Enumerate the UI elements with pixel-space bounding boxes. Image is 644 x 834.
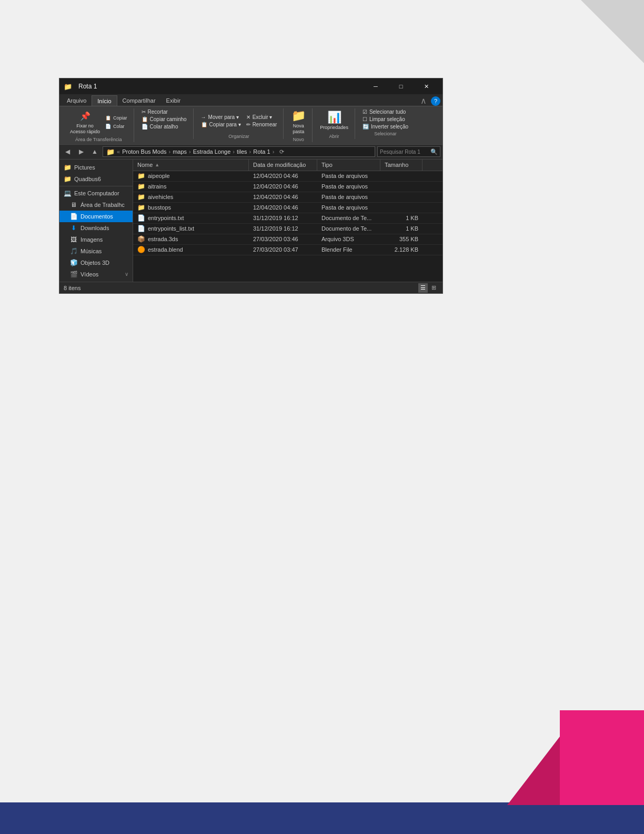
- table-row[interactable]: 📦 estrada.3ds 27/03/2020 03:46 Arquivo 3…: [133, 234, 442, 245]
- novo-group-label: Novo: [293, 137, 304, 142]
- sidebar-label-quadbus6: Quadbus6: [74, 176, 101, 182]
- propriedades-label: Propriedades: [320, 125, 348, 130]
- file-name: entrypoints.txt: [148, 215, 184, 221]
- copiar-para-button[interactable]: 📋 Copiar para ▾: [199, 121, 243, 128]
- file-name: aivehicles: [148, 194, 173, 200]
- sidebar-item-desktop[interactable]: 🖥 Área de Trabalhc: [59, 199, 133, 211]
- col-type-label: Tipo: [321, 162, 333, 168]
- refresh-button[interactable]: ⟳: [276, 146, 287, 157]
- file-icon: 📦: [137, 235, 145, 243]
- sidebar-label-musicas: Músicas: [80, 248, 102, 254]
- renomear-button[interactable]: ✏ Renomear: [244, 121, 279, 128]
- colar-button[interactable]: 📄 Colar: [103, 123, 129, 130]
- ribbon-content: 📌 Fixar noAcesso rápido 📋 Copiar 📄 Colar: [59, 106, 442, 144]
- tab-arquivo[interactable]: Arquivo: [62, 95, 92, 106]
- renomear-label: Renomear: [253, 122, 277, 127]
- col-header-type[interactable]: Tipo: [317, 160, 380, 171]
- mover-para-button[interactable]: → Mover para ▾: [199, 114, 243, 121]
- sidebar-item-pictures[interactable]: 📁 Pictures: [59, 162, 133, 173]
- path-segment-2[interactable]: Estrada Longe: [193, 148, 231, 155]
- search-box[interactable]: Pesquisar Rota 1 🔍: [377, 146, 440, 157]
- sort-arrow: ▲: [155, 162, 159, 167]
- col-header-size[interactable]: Tamanho: [380, 160, 422, 171]
- copiar-caminho-button[interactable]: 📋 Copiar caminho: [139, 116, 189, 123]
- file-name-cell: 📄 entrypoints.txt: [133, 214, 249, 222]
- sidebar-item-documentos[interactable]: 📄 Documentos: [59, 211, 133, 222]
- sidebar-item-downloads[interactable]: ⬇ Downloads: [59, 222, 133, 234]
- sidebar-label-downloads: Downloads: [80, 225, 109, 231]
- file-icon: 📁: [137, 183, 145, 190]
- forward-button[interactable]: ▶: [75, 146, 87, 157]
- desktop-icon: 🖥: [70, 201, 77, 208]
- file-date: 31/12/2019 16:12: [249, 215, 317, 221]
- ribbon-small-btns: ✂ Recortar 📋 Copiar caminho 📄 Colar atal…: [139, 108, 189, 130]
- copy-to-icon: 📋: [201, 122, 207, 127]
- fixar-button[interactable]: 📌 Fixar noAcesso rápido: [68, 108, 102, 136]
- file-icon: 📁: [137, 193, 145, 201]
- bg-dark-pink-decoration: [507, 737, 560, 805]
- table-row[interactable]: 📄 entrypoints.txt 31/12/2019 16:12 Docum…: [133, 213, 442, 224]
- copiar-button[interactable]: 📋 Copiar: [103, 114, 129, 122]
- window-controls: ─ □ ✕: [364, 78, 438, 94]
- help-button[interactable]: ?: [431, 96, 440, 106]
- table-row[interactable]: 📁 aivehicles 12/04/2020 04:46 Pasta de a…: [133, 192, 442, 203]
- maximize-button[interactable]: □: [389, 78, 413, 94]
- nova-pasta-button[interactable]: 📁 Novapasta: [289, 108, 308, 136]
- ribbon-abrir-buttons: 📊 Propriedades: [318, 108, 350, 133]
- tab-inicio[interactable]: Início: [92, 95, 117, 106]
- table-row[interactable]: 📁 aitrains 12/04/2020 04:46 Pasta de arq…: [133, 182, 442, 192]
- sidebar-item-videos[interactable]: 🎬 Vídeos ∨: [59, 269, 133, 280]
- ribbon: Arquivo Início Compartilhar Exibir ∧ ? 📌…: [59, 94, 442, 145]
- sidebar-item-objetos3d[interactable]: 🧊 Objetos 3D: [59, 257, 133, 269]
- sidebar: 📁 Pictures 📁 Quadbus6 💻 Este Computador …: [59, 160, 133, 282]
- sidebar-item-musicas[interactable]: 🎵 Músicas: [59, 245, 133, 257]
- recortar-button[interactable]: ✂ Recortar: [139, 108, 189, 115]
- file-rows: 📁 aipeople 12/04/2020 04:46 Pasta de arq…: [133, 171, 442, 255]
- ribbon-tabs: Arquivo Início Compartilhar Exibir ∧ ?: [59, 94, 442, 106]
- minimize-button[interactable]: ─: [364, 78, 388, 94]
- fixar-label: Fixar noAcesso rápido: [70, 123, 100, 135]
- limpar-selecao-button[interactable]: ☐ Limpar seleção: [360, 116, 410, 123]
- col-header-name[interactable]: Nome ▲: [133, 160, 249, 171]
- inverter-selecao-button[interactable]: 🔄 Inverter seleção: [360, 123, 410, 130]
- close-button[interactable]: ✕: [414, 78, 438, 94]
- excluir-button[interactable]: ✕ Excluir ▾: [244, 114, 279, 121]
- table-row[interactable]: 🟠 estrada.blend 27/03/2020 03:47 Blender…: [133, 245, 442, 255]
- ribbon-collapse-button[interactable]: ∧: [418, 96, 429, 106]
- tab-compartilhar[interactable]: Compartilhar: [117, 95, 161, 106]
- file-size: 2.128 KB: [380, 246, 422, 253]
- path-segment-3[interactable]: tiles: [237, 148, 247, 155]
- file-icon: 📄: [137, 225, 145, 232]
- path-segment-1[interactable]: maps: [173, 148, 187, 155]
- table-row[interactable]: 📄 entrypoints_list.txt 31/12/2019 16:12 …: [133, 224, 442, 234]
- selecionar-tudo-button[interactable]: ☑ Selecionar tudo: [360, 108, 410, 115]
- limpar-selecao-label: Limpar seleção: [369, 116, 405, 122]
- nova-pasta-label: Novapasta: [293, 123, 304, 135]
- file-name-cell: 📦 estrada.3ds: [133, 235, 249, 243]
- selecionar-group-label: Selecionar: [374, 131, 397, 136]
- sidebar-item-este-computador[interactable]: 💻 Este Computador: [59, 187, 133, 199]
- details-view-button[interactable]: ☰: [418, 283, 428, 293]
- path-segment-4[interactable]: Rota 1: [253, 148, 270, 155]
- ribbon-group-clipboard: 📌 Fixar noAcesso rápido 📋 Copiar 📄 Colar: [64, 108, 134, 142]
- file-list: Nome ▲ Data de modificação Tipo Tamanho …: [133, 160, 442, 282]
- move-icon: →: [201, 114, 206, 120]
- table-row[interactable]: 📁 busstops 12/04/2020 04:46 Pasta de arq…: [133, 203, 442, 213]
- tab-exibir[interactable]: Exibir: [161, 95, 186, 106]
- col-header-date[interactable]: Data de modificação: [249, 160, 317, 171]
- tiles-view-button[interactable]: ⊞: [429, 283, 438, 293]
- address-path[interactable]: 📁 « Proton Bus Mods › maps › Estrada Lon…: [103, 146, 375, 157]
- excluir-label: Excluir ▾: [253, 114, 273, 120]
- colar-atalho-button[interactable]: 📄 Colar atalho: [139, 123, 189, 130]
- back-button[interactable]: ◀: [62, 146, 73, 157]
- inverter-selecao-label: Inverter seleção: [371, 124, 408, 130]
- path-segment-0[interactable]: Proton Bus Mods: [122, 148, 166, 155]
- file-size: 1 KB: [380, 215, 422, 221]
- sidebar-item-imagens[interactable]: 🖼 Imagens: [59, 234, 133, 245]
- sidebar-item-quadbus6[interactable]: 📁 Quadbus6: [59, 173, 133, 185]
- file-date: 12/04/2020 04:46: [249, 183, 317, 190]
- table-row[interactable]: 📁 aipeople 12/04/2020 04:46 Pasta de arq…: [133, 171, 442, 182]
- file-type: Pasta de arquivos: [317, 194, 380, 200]
- up-button[interactable]: ▲: [89, 146, 100, 157]
- propriedades-button[interactable]: 📊 Propriedades: [318, 110, 350, 131]
